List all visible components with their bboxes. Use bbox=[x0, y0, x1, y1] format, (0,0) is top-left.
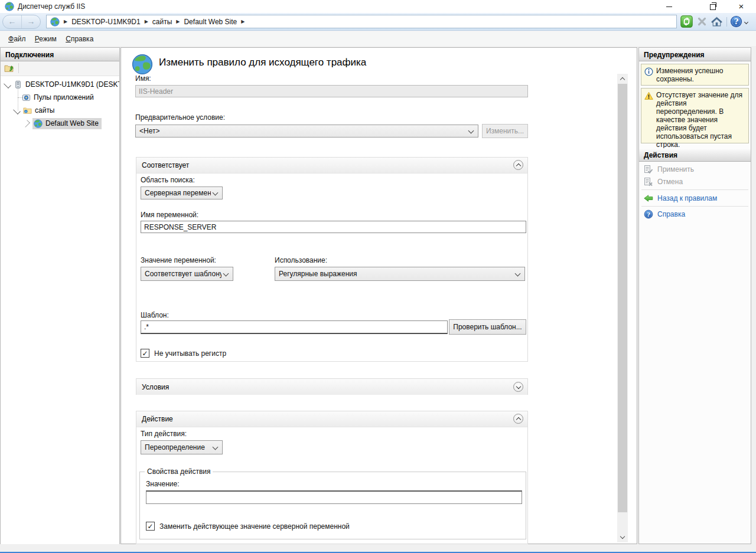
back-to-rules-link[interactable]: Назад к правилам bbox=[639, 192, 751, 204]
precondition-value: <Нет> bbox=[139, 127, 467, 135]
tree-item-default-web-site[interactable]: Default Web Site bbox=[23, 117, 102, 129]
menu-help[interactable]: Справка bbox=[62, 35, 97, 43]
right-panel: Предупреждения Изменения успешно сохране… bbox=[638, 47, 751, 544]
back-to-rules-label: Назад к правилам bbox=[657, 194, 717, 202]
replace-value-checkbox-row[interactable]: ✓ Заменить действующее значение серверно… bbox=[146, 522, 350, 531]
actions-header: Действия bbox=[639, 148, 751, 162]
home-button[interactable] bbox=[711, 15, 724, 28]
action-type-select[interactable]: Переопределение bbox=[141, 440, 223, 454]
minimize-icon bbox=[666, 6, 672, 7]
save-connection-icon[interactable] bbox=[4, 63, 14, 73]
alerts-header: Предупреждения bbox=[639, 48, 751, 61]
pattern-input[interactable] bbox=[141, 320, 448, 334]
bottom-strip bbox=[0, 544, 756, 552]
chevron-down-icon bbox=[468, 127, 474, 133]
match-section-header: Соответствует bbox=[136, 158, 527, 174]
variable-value-mode: Соответствует шаблону bbox=[145, 270, 221, 278]
checkbox-checked-icon: ✓ bbox=[141, 349, 149, 358]
toolbar-divider bbox=[18, 63, 19, 73]
tree-item-label: Default Web Site bbox=[45, 119, 99, 127]
info-alert-text: Изменения успешно сохранены. bbox=[656, 67, 723, 83]
menu-view[interactable]: Режим bbox=[31, 35, 60, 43]
action-properties-title: Свойства действия bbox=[145, 467, 213, 476]
scrollbar-thumb[interactable] bbox=[618, 84, 627, 512]
main-content-panel: Изменить правило для исходящего трафика … bbox=[120, 47, 637, 544]
address-bar[interactable]: ▶ DESKTOP-U1MK9D1 ▶ сайты ▶ Default Web … bbox=[46, 15, 677, 28]
help-circle-icon bbox=[644, 210, 653, 219]
collapse-section-button[interactable] bbox=[513, 414, 523, 424]
tree-selection-highlight: Default Web Site bbox=[32, 118, 102, 129]
close-icon: × bbox=[739, 1, 744, 11]
sites-folder-icon bbox=[23, 106, 32, 115]
info-icon bbox=[644, 67, 653, 76]
cancel-action: Отмена bbox=[639, 176, 751, 188]
name-input bbox=[135, 85, 528, 97]
scroll-up-button[interactable] bbox=[617, 74, 628, 84]
ignore-case-checkbox-row[interactable]: ✓ Не учитывать регистр bbox=[141, 349, 226, 358]
collapse-section-button[interactable] bbox=[513, 160, 523, 170]
breadcrumb-arrow-icon: ▶ bbox=[64, 19, 67, 25]
conditions-section-title: Условия bbox=[142, 383, 169, 391]
minimize-button[interactable] bbox=[656, 0, 683, 13]
apply-action: Применить bbox=[639, 163, 751, 175]
action-section-title: Действие bbox=[142, 415, 173, 423]
help-icon bbox=[730, 15, 742, 28]
chevron-down-icon[interactable] bbox=[4, 81, 11, 89]
breadcrumb-arrow-icon: ▶ bbox=[176, 19, 180, 25]
globe-icon bbox=[50, 17, 60, 27]
help-button[interactable] bbox=[730, 15, 743, 28]
chevron-right-icon[interactable] bbox=[22, 120, 30, 127]
tree-item-app-pools[interactable]: Пулы приложений bbox=[22, 91, 94, 103]
restart-button[interactable] bbox=[680, 15, 693, 28]
using-value: Регулярные выражения bbox=[279, 270, 513, 278]
variable-name-input[interactable] bbox=[141, 221, 526, 233]
page-globe-icon bbox=[132, 54, 153, 75]
chevron-down-icon[interactable] bbox=[13, 107, 21, 114]
cancel-icon bbox=[644, 177, 653, 186]
restore-button[interactable] bbox=[699, 0, 726, 13]
actions-divider bbox=[641, 189, 748, 190]
tree-item-server[interactable]: DESKTOP-U1MK9D1 (DESKTOP bbox=[4, 78, 119, 90]
replace-value-label: Заменить действующее значение серверной … bbox=[159, 522, 350, 531]
help-dropdown-caret[interactable] bbox=[744, 20, 748, 24]
warning-alert: Отсутствует значение для действия переоп… bbox=[641, 88, 749, 143]
navigation-toolbar: ← → ▶ DESKTOP-U1MK9D1 ▶ сайты ▶ Default … bbox=[0, 13, 756, 31]
checkbox-checked-icon: ✓ bbox=[146, 522, 155, 531]
nav-pill: ← → bbox=[2, 15, 41, 29]
precondition-select[interactable]: <Нет> bbox=[135, 125, 478, 138]
expand-section-button[interactable] bbox=[513, 382, 523, 392]
pattern-label: Шаблон: bbox=[141, 311, 169, 319]
breadcrumb-server[interactable]: DESKTOP-U1MK9D1 bbox=[71, 18, 140, 26]
action-value-label: Значение: bbox=[146, 480, 180, 488]
match-section-title: Соответствует bbox=[142, 161, 189, 169]
breadcrumb-sites[interactable]: сайты bbox=[152, 18, 172, 26]
app-pools-icon bbox=[22, 93, 31, 102]
scope-value: Серверная переменн bbox=[145, 189, 211, 197]
using-label: Использование: bbox=[275, 256, 327, 264]
using-select[interactable]: Регулярные выражения bbox=[275, 267, 525, 281]
vertical-scrollbar[interactable] bbox=[617, 74, 628, 542]
tree-item-label: DESKTOP-U1MK9D1 (DESKTOP bbox=[25, 80, 119, 89]
scope-select[interactable]: Серверная переменн bbox=[141, 186, 223, 199]
cancel-label: Отмена bbox=[657, 178, 683, 186]
test-pattern-button[interactable]: Проверить шаблон... bbox=[449, 319, 526, 335]
precondition-label: Предварительное условие: bbox=[135, 113, 225, 122]
action-value-input[interactable] bbox=[146, 490, 522, 504]
help-label: Справка bbox=[657, 210, 685, 218]
home-icon bbox=[711, 15, 723, 28]
tree-item-sites[interactable]: сайты bbox=[14, 104, 55, 116]
forward-button: → bbox=[21, 15, 40, 28]
restart-icon bbox=[680, 15, 693, 28]
chevron-down-icon bbox=[515, 270, 521, 276]
chevron-down-icon bbox=[213, 444, 219, 450]
close-button[interactable]: × bbox=[728, 0, 755, 13]
warning-icon bbox=[644, 91, 653, 100]
variable-value-select[interactable]: Соответствует шаблону bbox=[141, 267, 233, 281]
breadcrumb-arrow-icon: ▶ bbox=[145, 19, 148, 25]
help-link[interactable]: Справка bbox=[639, 208, 751, 220]
breadcrumb-site[interactable]: Default Web Site bbox=[184, 18, 237, 26]
menu-file[interactable]: Файл bbox=[5, 35, 30, 43]
scroll-down-button[interactable] bbox=[617, 532, 628, 542]
tree-item-label: сайты bbox=[35, 106, 55, 114]
action-properties-group: Свойства действия Значение: ✓ Заменить д… bbox=[139, 472, 526, 539]
